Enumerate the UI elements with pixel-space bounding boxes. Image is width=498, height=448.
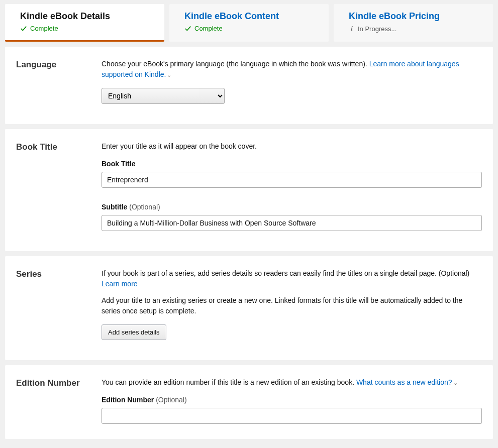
section-heading: Book Title	[16, 141, 96, 231]
chevron-down-icon: ⌄	[453, 380, 458, 386]
language-description: Choose your eBook's primary language (th…	[102, 59, 482, 80]
section-book-title: Book Title Enter your title as it will a…	[5, 129, 493, 251]
tab-status: Complete	[20, 25, 154, 32]
check-icon	[20, 25, 27, 32]
section-heading: Language	[16, 59, 96, 104]
edition-number-label: Edition Number (Optional)	[102, 396, 482, 404]
edition-number-input[interactable]	[102, 408, 482, 424]
book-title-input[interactable]	[102, 172, 482, 188]
tab-pricing[interactable]: Kindle eBook Pricing i In Progress...	[334, 4, 493, 42]
section-edition-number: Edition Number You can provide an editio…	[5, 365, 493, 439]
tab-status: i In Progress...	[349, 25, 483, 33]
add-series-details-button[interactable]: Add series details	[102, 324, 166, 340]
book-title-description: Enter your title as it will appear on th…	[102, 141, 482, 152]
section-heading: Series	[16, 268, 96, 340]
section-language: Language Choose your eBook's primary lan…	[5, 47, 493, 124]
book-title-label: Book Title	[102, 160, 482, 168]
tab-content[interactable]: Kindle eBook Content Complete	[169, 4, 329, 42]
subtitle-label: Subtitle (Optional)	[102, 203, 482, 211]
chevron-down-icon: ⌄	[167, 72, 171, 78]
tab-title: Kindle eBook Content	[184, 11, 319, 22]
step-tabs: Kindle eBook Details Complete Kindle eBo…	[0, 4, 498, 42]
section-series: Series If your book is part of a series,…	[5, 256, 493, 360]
edition-description: You can provide an edition number if thi…	[102, 377, 482, 388]
tab-title: Kindle eBook Details	[20, 11, 154, 22]
series-learn-more-link[interactable]: Learn more	[102, 280, 138, 288]
edition-learn-more-link[interactable]: What counts as a new edition?	[356, 378, 452, 386]
tab-status: Complete	[184, 25, 319, 32]
language-select[interactable]: English	[102, 88, 225, 104]
series-description-1: If your book is part of a series, add se…	[102, 268, 482, 289]
check-icon	[184, 25, 191, 32]
series-description-2: Add your title to an existing series or …	[102, 295, 482, 316]
tab-title: Kindle eBook Pricing	[349, 11, 483, 22]
subtitle-input[interactable]	[102, 215, 482, 231]
info-icon: i	[349, 25, 355, 33]
tab-details[interactable]: Kindle eBook Details Complete	[5, 4, 164, 42]
section-heading: Edition Number	[16, 377, 96, 424]
